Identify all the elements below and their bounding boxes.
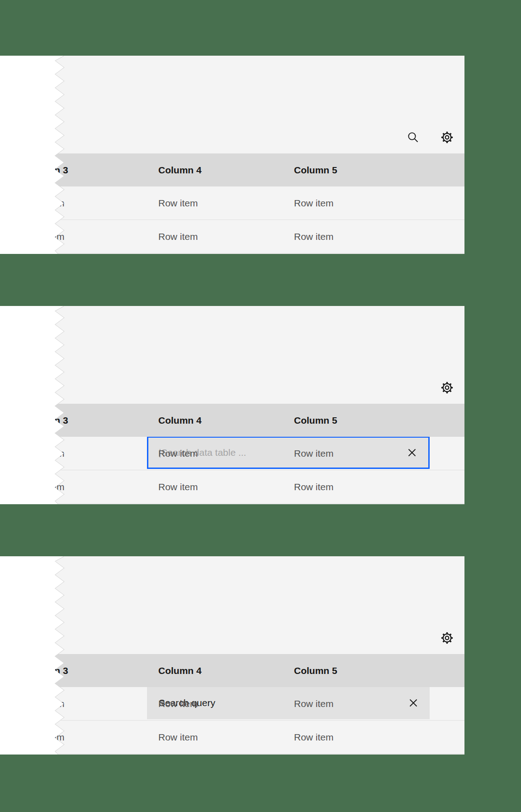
column-header: Column 4 <box>158 404 202 437</box>
torn-edge-spacer <box>0 306 64 504</box>
torn-edge-spacer <box>0 556 64 755</box>
search-button[interactable] <box>402 126 424 148</box>
table-row: Row item Row item Row item <box>55 437 464 470</box>
table-cell: Row item <box>294 437 334 470</box>
data-table-panel: Column 3 Column 4 Column 5 Row item Row … <box>55 56 464 254</box>
table-row: Row item Row item Row item <box>55 186 464 220</box>
table-toolbar: | Search data table ... <box>55 371 464 404</box>
table-cell: Row item <box>158 220 198 253</box>
column-header: Column 5 <box>294 654 337 687</box>
gear-icon <box>440 130 454 144</box>
table-cell: Row item <box>294 220 334 253</box>
settings-button[interactable] <box>436 126 458 148</box>
table-cell: Row item <box>158 437 198 470</box>
settings-button[interactable] <box>436 377 458 398</box>
column-header: Column 5 <box>294 153 337 186</box>
table-row: Row item Row item Row item <box>55 687 464 721</box>
table-header-row: Column 3 Column 4 Column 5 <box>55 153 464 186</box>
table-cell: Row item <box>294 470 334 503</box>
gear-icon <box>440 631 454 645</box>
table-toolbar <box>55 121 464 153</box>
table-cell: Row item <box>158 186 198 220</box>
table-header-row: Column 3 Column 4 Column 5 <box>55 404 464 437</box>
data-table-panel: Search query Column 3 Column 4 Column 5 … <box>55 556 464 755</box>
column-header: Column 5 <box>294 404 337 437</box>
data-table-card: Column 3 Column 4 Column 5 Row item Row … <box>0 56 521 254</box>
table-cell: Row item <box>294 687 334 720</box>
table-toolbar: Search query <box>55 621 464 654</box>
table-row: Row item Row item Row item <box>55 470 464 504</box>
data-table-panel: | Search data table ... Column 3 Column … <box>55 306 464 504</box>
table-row: Row item Row item Row item <box>55 721 464 754</box>
data-table-card: Search query Column 3 Column 4 Column 5 … <box>0 556 521 755</box>
gear-icon <box>440 381 454 395</box>
table-cell: Row item <box>158 470 198 503</box>
table-cell: Row item <box>158 721 198 754</box>
torn-edge-spacer <box>0 56 64 254</box>
table-cell: Row item <box>294 186 334 220</box>
page-background: { "colors": { "page_background": "#48704… <box>0 0 521 812</box>
table-cell: Row item <box>294 721 334 754</box>
column-header: Column 4 <box>158 153 202 186</box>
table-cell: Row item <box>158 687 198 720</box>
magnifier-icon <box>407 131 419 143</box>
table-row: Row item Row item Row item <box>55 220 464 253</box>
table-header-row: Column 3 Column 4 Column 5 <box>55 654 464 687</box>
data-table-card: | Search data table ... Column 3 Column … <box>0 306 521 504</box>
settings-button[interactable] <box>436 627 458 649</box>
column-header: Column 4 <box>158 654 202 687</box>
